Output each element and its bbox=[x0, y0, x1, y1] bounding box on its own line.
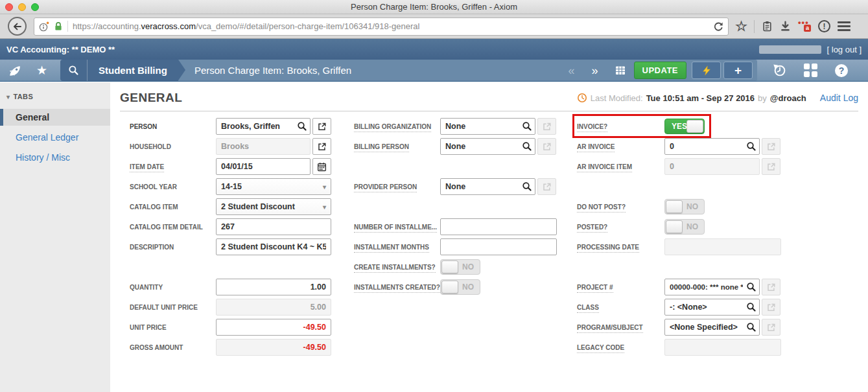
quantity-input[interactable] bbox=[216, 279, 331, 295]
open-household-button[interactable] bbox=[312, 138, 331, 155]
url-separator bbox=[67, 21, 68, 32]
circle-exclamation-extension-icon[interactable]: ! bbox=[818, 20, 830, 32]
field-row-installment-months: INSTALLMENT MONTHS bbox=[354, 238, 557, 255]
field-label: BILLING ORGANIZATION bbox=[354, 123, 440, 130]
zoom-window-button[interactable] bbox=[31, 3, 39, 11]
field-label: GROSS AMOUNT bbox=[130, 344, 216, 351]
billing-person-input[interactable] bbox=[440, 138, 535, 155]
field-label: NUMBER OF INSTALLME... bbox=[354, 224, 440, 231]
bookmark-star-icon[interactable]: ★ bbox=[736, 20, 747, 32]
description-input[interactable] bbox=[216, 238, 331, 255]
quick-actions-button[interactable] bbox=[692, 62, 721, 79]
installments-created-toggle[interactable]: NO bbox=[440, 279, 480, 295]
search-icon[interactable] bbox=[746, 322, 757, 332]
field-row-invoice: INVOICE? YES bbox=[577, 118, 781, 135]
invoice-toggle[interactable]: YES bbox=[664, 119, 705, 134]
provider-person-input[interactable] bbox=[440, 178, 535, 195]
field-row-person: PERSON bbox=[130, 118, 331, 135]
catalog-item-detail-input[interactable] bbox=[216, 218, 331, 235]
favorites-star-icon[interactable]: ★ bbox=[36, 64, 47, 76]
add-record-button[interactable]: + bbox=[723, 62, 753, 79]
calendar-icon bbox=[317, 162, 327, 172]
sidebar-tabs-header[interactable]: ▾ TABS bbox=[0, 82, 110, 100]
form-column-2: BILLING ORGANIZATION BILLING PERSON PROV… bbox=[354, 118, 557, 299]
sidebar-item-general-ledger[interactable]: General Ledger bbox=[0, 129, 110, 146]
field-label: CREATE INSTALLMENTS? bbox=[354, 264, 440, 271]
search-icon[interactable] bbox=[746, 302, 757, 312]
external-link-icon bbox=[542, 122, 552, 132]
back-button[interactable] bbox=[8, 17, 27, 36]
ar-invoice-input[interactable] bbox=[664, 138, 760, 155]
url-text[interactable]: https://accounting.veracross.com/vca_dem… bbox=[73, 21, 420, 31]
field-row-create-installments: CREATE INSTALLMENTS? NO bbox=[354, 259, 557, 275]
next-record-icon[interactable]: » bbox=[583, 65, 607, 76]
posted-toggle[interactable]: NO bbox=[664, 219, 705, 235]
field-row-posted: POSTED? NO bbox=[577, 218, 781, 235]
help-icon[interactable]: ? bbox=[835, 64, 848, 77]
external-link-icon bbox=[317, 142, 327, 152]
sidebar-item-general[interactable]: General bbox=[0, 109, 110, 126]
app-topbar: VC Accounting: ** DEMO ** [ log out ] bbox=[0, 39, 868, 60]
field-row-catalog-item: CATALOG ITEM 2 Student Discount▾ bbox=[130, 198, 331, 215]
apps-grid-icon[interactable] bbox=[804, 63, 817, 77]
do-not-post-toggle[interactable]: NO bbox=[664, 199, 705, 214]
default-unit-price-value: 5.00 bbox=[216, 299, 331, 316]
url-bar[interactable]: https://accounting.veracross.com/vca_dem… bbox=[34, 17, 729, 36]
last-modified: Last Modified: Tue 10:51 am - Sep 27 201… bbox=[577, 93, 858, 103]
clipboard-icon[interactable] bbox=[762, 21, 773, 32]
search-icon[interactable] bbox=[746, 141, 757, 152]
processing-date-value bbox=[664, 238, 781, 255]
logout-link[interactable]: [ log out ] bbox=[827, 45, 862, 54]
unit-price-input[interactable] bbox=[216, 319, 331, 336]
sidebar-item-history-misc[interactable]: History / Misc bbox=[0, 149, 110, 166]
site-info-icon[interactable] bbox=[39, 21, 49, 32]
form-column-3: INVOICE? YES AR INVOICE AR INVOICE ITEM … bbox=[577, 118, 781, 359]
download-icon[interactable] bbox=[780, 21, 791, 32]
number-of-installments-input[interactable] bbox=[440, 218, 557, 235]
school-year-select[interactable]: 14-15▾ bbox=[216, 178, 331, 195]
minimize-window-button[interactable] bbox=[18, 3, 26, 11]
search-icon[interactable] bbox=[746, 282, 757, 292]
field-label: PROGRAM/SUBJECT bbox=[577, 324, 664, 331]
calendar-button[interactable] bbox=[312, 158, 331, 175]
menu-icon[interactable] bbox=[838, 21, 850, 31]
billing-organization-input[interactable] bbox=[440, 118, 535, 135]
field-label: UNIT PRICE bbox=[130, 324, 216, 331]
program-subject-input[interactable] bbox=[664, 319, 760, 336]
open-provider-person-button bbox=[537, 178, 556, 195]
create-installments-toggle[interactable]: NO bbox=[440, 259, 480, 275]
search-icon[interactable] bbox=[522, 121, 532, 132]
history-icon[interactable] bbox=[773, 63, 786, 77]
search-icon[interactable] bbox=[522, 181, 532, 192]
field-row-quantity: QUANTITY bbox=[130, 279, 331, 295]
open-billing-organization-button bbox=[537, 118, 556, 135]
search-icon[interactable] bbox=[297, 121, 307, 132]
open-class-button bbox=[762, 299, 780, 316]
field-label: HOUSEHOLD bbox=[130, 143, 216, 150]
update-button[interactable]: UPDATE bbox=[634, 62, 686, 79]
item-date-input[interactable] bbox=[216, 158, 311, 175]
previous-record-icon[interactable]: « bbox=[560, 65, 583, 76]
search-icon[interactable] bbox=[60, 60, 88, 81]
rocket-icon[interactable] bbox=[9, 65, 21, 76]
project-input[interactable] bbox=[664, 279, 760, 295]
catalog-item-select[interactable]: 2 Student Discount▾ bbox=[216, 198, 331, 215]
open-person-button[interactable] bbox=[312, 118, 331, 135]
field-label: QUANTITY bbox=[130, 284, 216, 291]
org-label: VC Accounting: ** DEMO ** bbox=[6, 45, 115, 54]
open-program-subject-button bbox=[762, 319, 780, 336]
sidebar: ▾ TABS General General Ledger History / … bbox=[0, 82, 110, 392]
external-link-icon bbox=[542, 142, 552, 152]
field-label: AR INVOICE ITEM bbox=[577, 163, 664, 170]
audit-log-link[interactable]: Audit Log bbox=[820, 93, 858, 103]
table-view-icon[interactable] bbox=[607, 65, 634, 76]
reload-icon[interactable] bbox=[713, 21, 723, 32]
field-row-household: HOUSEHOLD Brooks bbox=[130, 138, 331, 155]
class-input[interactable] bbox=[664, 299, 760, 316]
search-icon[interactable] bbox=[522, 141, 532, 152]
installment-months-input[interactable] bbox=[440, 238, 557, 255]
close-window-button[interactable] bbox=[5, 3, 13, 11]
breadcrumb-module[interactable]: Student Billing bbox=[88, 60, 178, 81]
red-dots-extension-icon[interactable]: •••a bbox=[798, 21, 811, 32]
last-modified-value: Tue 10:51 am - Sep 27 2016 bbox=[646, 93, 755, 103]
